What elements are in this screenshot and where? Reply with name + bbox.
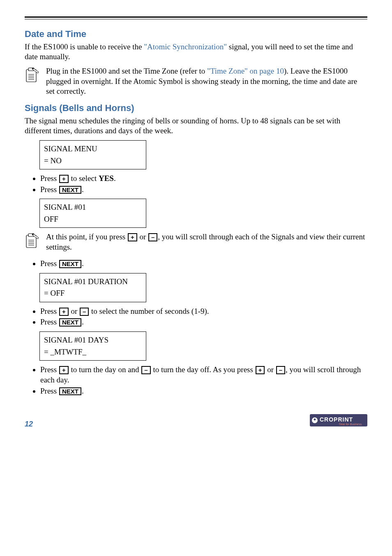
text: Press [40, 317, 59, 326]
text: Press [40, 185, 59, 194]
acroprint-logo: CROPRINT Time for Business. [310, 412, 367, 429]
text: . [82, 185, 84, 194]
list-item: Press NEXT. [40, 185, 367, 195]
list-item: Press NEXT. [40, 386, 367, 396]
text: to turn the day off. As you press [151, 365, 255, 374]
text: . [82, 259, 84, 268]
plus-button-icon: + [59, 308, 69, 316]
display-line: SIGNAL #01 DAYS [44, 334, 142, 346]
text: to select the number of seconds (1-9). [89, 307, 209, 315]
display-signal-days: SIGNAL #01 DAYS = _MTWTF_ [39, 331, 146, 361]
text: Press [40, 387, 59, 395]
text: or [265, 365, 275, 374]
svg-rect-0 [26, 70, 36, 82]
text: to turn the day on and [69, 365, 141, 374]
text: or [69, 307, 79, 315]
text: Press [40, 174, 59, 183]
minus-button-icon: – [276, 366, 285, 374]
list-item: Press NEXT. [40, 317, 367, 327]
minus-button-icon: – [148, 233, 157, 241]
text: . [82, 317, 84, 326]
plus-button-icon: + [128, 233, 137, 241]
plus-button-icon: + [256, 366, 265, 374]
display-line: SIGNAL MENU [44, 143, 142, 155]
display-line: OFF [44, 213, 142, 225]
heading-date-time: Date and Time [25, 28, 367, 40]
list-item: Press + to select YES. [40, 174, 367, 184]
display-line: = OFF [44, 287, 142, 299]
svg-rect-7 [26, 235, 36, 248]
note-signal-scroll: At this point, if you press + or –, you … [25, 232, 367, 253]
next-button-icon: NEXT [59, 186, 81, 194]
list-item: Press + or – to select the number of sec… [40, 306, 367, 317]
clipboard-pencil-icon [25, 232, 40, 253]
note-text: Plug in the ES1000 and set the Time Zone… [46, 66, 367, 97]
next-button-icon: NEXT [59, 260, 81, 268]
heading-signals: Signals (Bells and Horns) [25, 102, 367, 114]
top-rule [25, 16, 367, 19]
link-atomic-sync[interactable]: "Atomic Synchronization" [144, 42, 227, 51]
text: Plug in the ES1000 and set the Time Zone… [46, 67, 207, 75]
text: At this point, if you press [46, 232, 127, 241]
next-button-icon: NEXT [59, 318, 81, 327]
step-list-4: Press + to turn the day on and – to turn… [25, 365, 367, 396]
note-text: At this point, if you press + or –, you … [46, 232, 367, 252]
signals-intro: The signal menu schedules the ringing of… [25, 116, 367, 136]
text: to select [69, 174, 99, 183]
next-button-icon: NEXT [59, 387, 81, 396]
list-item: Press NEXT. [40, 259, 367, 269]
text: If the ES1000 is unable to receive the [25, 42, 144, 51]
footer: 12 CROPRINT Time for Business. [25, 412, 367, 429]
list-item: Press + to turn the day on and – to turn… [40, 365, 367, 385]
plus-button-icon: + [59, 366, 69, 374]
minus-button-icon: – [141, 366, 150, 374]
step-list-3: Press + or – to select the number of sec… [25, 306, 367, 327]
clipboard-pencil-icon [25, 66, 40, 87]
plus-button-icon: + [59, 175, 69, 183]
step-list-1: Press + to select YES. Press NEXT. [25, 174, 367, 195]
text: Press [40, 259, 59, 268]
logo-tagline: Time for Business. [339, 423, 362, 426]
display-line: SIGNAL #01 DURATION [44, 276, 142, 288]
display-signal-menu: SIGNAL MENU = NO [39, 140, 146, 169]
display-signal-01: SIGNAL #01 OFF [39, 199, 146, 228]
page-number: 12 [25, 419, 33, 429]
display-signal-duration: SIGNAL #01 DURATION = OFF [39, 273, 146, 302]
minus-button-icon: – [80, 308, 89, 316]
display-line: = _MTWTF_ [44, 346, 142, 358]
text: . [82, 387, 84, 395]
text: or [138, 232, 148, 241]
text: . [114, 174, 116, 183]
date-time-intro: If the ES1000 is unable to receive the "… [25, 42, 367, 62]
note-date-time: Plug in the ES1000 and set the Time Zone… [25, 66, 367, 97]
step-list-2: Press NEXT. [25, 259, 367, 269]
text-bold: YES [99, 174, 114, 183]
display-line: = NO [44, 155, 142, 167]
text: Press [40, 307, 59, 315]
link-time-zone[interactable]: "Time Zone" on page 10 [207, 67, 284, 75]
logo-brand: CROPRINT [320, 416, 353, 423]
display-line: SIGNAL #01 [44, 202, 142, 213]
text: Press [40, 365, 59, 374]
